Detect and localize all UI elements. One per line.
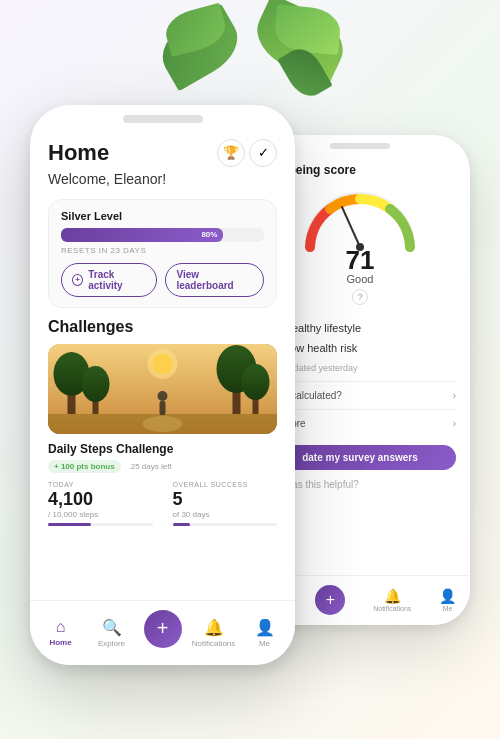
home-header: Home 🏆 ✓ <box>48 139 277 167</box>
leaderboard-label: View leaderboard <box>176 269 253 291</box>
track-activity-button[interactable]: + Track activity <box>61 263 157 297</box>
notifications-label-back: Notifications <box>373 605 411 612</box>
trophy-icon[interactable]: 🏆 <box>217 139 245 167</box>
back-nav-add-button[interactable]: + <box>315 585 345 615</box>
progress-bar-container: 80% <box>61 228 264 242</box>
track-label: Track activity <box>88 269 146 291</box>
gauge-label: Good <box>347 273 374 285</box>
home-title: Home <box>48 140 109 166</box>
challenge-name: Daily Steps Challenge <box>48 442 277 456</box>
level-card: Silver Level 80% RESETS IN 23 DAYS + Tra… <box>48 199 277 308</box>
add-button[interactable]: + <box>144 610 182 648</box>
today-value: 4,100 <box>48 490 153 508</box>
badge-text: + 100 pts bonus <box>54 462 115 471</box>
nav-home[interactable]: ⌂ Home <box>35 618 86 647</box>
phones-container: Wellbeing score <box>30 75 470 725</box>
today-label: TODAY <box>48 481 153 488</box>
welcome-text: Welcome, Eleanor! <box>48 171 277 187</box>
health-text-2: Low health risk <box>284 342 357 354</box>
back-nav-me[interactable]: 👤 Me <box>439 588 456 612</box>
track-icon: + <box>72 274 83 286</box>
nav-me[interactable]: 👤 Me <box>239 618 290 648</box>
overall-label: OVERALL SUCCESS <box>173 481 278 488</box>
svg-point-8 <box>82 366 110 402</box>
action-buttons: + Track activity View leaderboard <box>61 263 264 297</box>
overall-value: 5 <box>173 490 278 508</box>
gauge-svg <box>300 187 420 252</box>
front-phone-content: Home 🏆 ✓ Welcome, Eleanor! Silver Level … <box>30 123 295 665</box>
overall-sub: of 30 days <box>173 510 278 519</box>
leaf-decoration <box>150 0 350 120</box>
nav-add[interactable]: + <box>137 610 188 656</box>
svg-point-13 <box>158 391 168 401</box>
explore-nav-label: Explore <box>98 639 125 648</box>
challenge-image <box>48 344 277 434</box>
today-sub: / 10,000 steps <box>48 510 153 519</box>
days-left: 25 days left <box>131 462 172 471</box>
today-progress-fill <box>48 523 91 526</box>
accordion-chevron-1: › <box>453 390 456 401</box>
nav-notifications[interactable]: 🔔 Notifications <box>188 618 239 648</box>
notifications-nav-icon: 🔔 <box>204 618 224 637</box>
svg-line-0 <box>342 207 360 247</box>
me-icon-back: 👤 <box>439 588 456 604</box>
verify-icon[interactable]: ✓ <box>249 139 277 167</box>
level-label: Silver Level <box>61 210 264 222</box>
resets-text: RESETS IN 23 DAYS <box>61 246 264 255</box>
me-label-back: Me <box>443 605 453 612</box>
home-nav-label: Home <box>49 638 71 647</box>
overall-stat: OVERALL SUCCESS 5 of 30 days <box>173 481 278 526</box>
progress-bar-fill: 80% <box>61 228 223 242</box>
health-text-1: Healthy lifestyle <box>284 322 361 334</box>
challenge-badge: + 100 pts bonus <box>48 460 121 473</box>
today-progress-bar <box>48 523 153 526</box>
today-stat: TODAY 4,100 / 10,000 steps <box>48 481 153 526</box>
svg-point-4 <box>143 416 183 432</box>
back-nav-notifications[interactable]: 🔔 Notifications <box>373 588 411 612</box>
svg-rect-14 <box>160 401 166 415</box>
overall-progress-fill <box>173 523 191 526</box>
me-nav-icon: 👤 <box>255 618 275 637</box>
challenge-stats: TODAY 4,100 / 10,000 steps OVERALL SUCCE… <box>48 481 277 526</box>
accordion-chevron-2: › <box>453 418 456 429</box>
leaf-left <box>152 4 249 92</box>
progress-percent: 80% <box>201 230 217 239</box>
view-leaderboard-button[interactable]: View leaderboard <box>165 263 264 297</box>
nav-explore[interactable]: 🔍 Explore <box>86 618 137 648</box>
level-card-inner: Silver Level 80% RESETS IN 23 DAYS + Tra… <box>61 210 264 297</box>
bottom-nav: ⌂ Home 🔍 Explore + 🔔 Notifications 👤 Me <box>30 600 295 665</box>
home-icon: ⌂ <box>56 618 66 636</box>
explore-nav-icon: 🔍 <box>102 618 122 637</box>
gauge-help-icon[interactable]: ? <box>352 289 368 305</box>
header-icons: 🏆 ✓ <box>217 139 277 167</box>
challenges-title: Challenges <box>48 318 277 336</box>
svg-point-16 <box>153 354 173 374</box>
gauge-score: 71 <box>346 247 375 273</box>
svg-point-12 <box>242 364 270 400</box>
notifications-nav-label: Notifications <box>192 639 236 648</box>
overall-progress-bar <box>173 523 278 526</box>
me-nav-label: Me <box>259 639 270 648</box>
front-phone: Home 🏆 ✓ Welcome, Eleanor! Silver Level … <box>30 105 295 665</box>
notifications-icon-back: 🔔 <box>384 588 401 604</box>
challenge-landscape <box>48 344 277 434</box>
